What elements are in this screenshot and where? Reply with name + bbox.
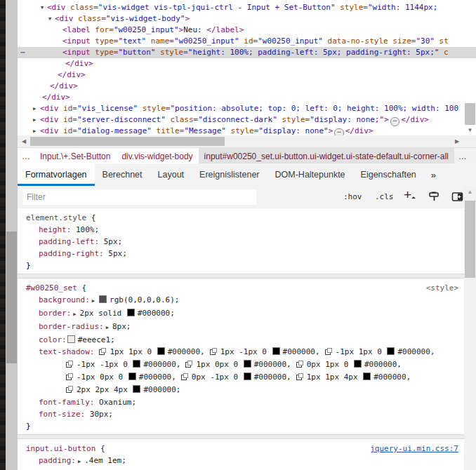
color-swatch[interactable] — [387, 347, 395, 355]
expand-arrow-icon[interactable]: ▶ — [33, 114, 36, 126]
dom-tree-row[interactable]: </div> — [18, 92, 476, 103]
color-swatch[interactable] — [67, 335, 75, 343]
color-swatch[interactable] — [272, 347, 280, 355]
expand-arrow-icon[interactable]: ▶ — [106, 325, 109, 330]
shadow-editor-icon[interactable] — [66, 373, 73, 380]
css-declaration[interactable]: background:▶rgb(0,0,0,0.6); — [18, 294, 464, 307]
css-token: 0px -1px 0 — [192, 372, 243, 382]
css-declaration[interactable]: border-radius:▶8px; — [18, 321, 464, 334]
shadow-editor-icon[interactable] — [181, 373, 188, 380]
breadcrumb-overflow[interactable]: … — [454, 148, 471, 164]
color-swatch[interactable] — [128, 372, 136, 380]
expand-arrow-icon[interactable]: ▶ — [33, 126, 36, 135]
expand-arrow-icon[interactable]: ▶ — [33, 103, 36, 114]
breadcrumb-item[interactable]: div.vis-widget-body — [116, 148, 198, 164]
dom-tree-row[interactable]: ▶<div id="vis_license" style="position: … — [18, 103, 476, 114]
dom-tree-row[interactable]: ⋯<input type="button" style="height: 100… — [18, 47, 476, 58]
styles-scrollbar-thumb[interactable] — [465, 201, 475, 278]
css-rule[interactable]: element.style {height: 100%;padding-left… — [18, 208, 464, 274]
shadow-editor-icon[interactable] — [66, 386, 73, 393]
scroll-down-icon[interactable]: ▼ — [465, 126, 475, 135]
css-declaration[interactable]: text-shadow:1px 1px 0 #000000,1px -1px 0… — [18, 346, 464, 358]
paint-roller-icon[interactable] — [428, 191, 440, 203]
expand-arrow-icon[interactable]: ▶ — [78, 459, 81, 464]
dom-tree-row[interactable]: ▶<div id="dialog-message" title="Message… — [18, 126, 476, 135]
shadow-editor-icon[interactable] — [296, 373, 303, 380]
css-declaration[interactable]: padding:▶.4em 1em; — [18, 455, 464, 468]
breadcrumb-item[interactable]: input#w00250_set.ui-button.ui-widget.ui-… — [199, 148, 454, 164]
color-swatch[interactable] — [363, 372, 371, 380]
css-declaration[interactable]: font-size: 30px; — [18, 408, 464, 420]
color-swatch[interactable] — [127, 309, 135, 316]
node-menu-icon[interactable]: ⋯ — [20, 47, 26, 58]
styles-scrollbar[interactable]: ▲ — [464, 187, 476, 470]
dom-tree-row[interactable]: <label for="w00250_input">Neu: </label> — [18, 25, 476, 36]
css-token: text-shadow: — [39, 347, 94, 356]
css-declaration[interactable]: 2px 2px 4px #000000; — [18, 384, 464, 396]
css-declaration[interactable]: padding-left: 5px; — [18, 236, 464, 248]
breadcrumb-item[interactable]: Input.\+.Set-Button — [34, 148, 116, 164]
tab-ereignislistener[interactable]: Ereignislistener — [192, 163, 267, 186]
collapse-arrow-icon[interactable]: ▼ — [48, 13, 51, 25]
css-token: #000000; — [143, 385, 180, 394]
shadow-editor-icon[interactable] — [66, 361, 73, 368]
dom-tree-row[interactable]: ▼<div class="vis-widget-body"> — [18, 13, 476, 25]
tab-formatvorlagen[interactable]: Formatvorlagen — [18, 163, 95, 186]
tab-eigenschaften[interactable]: Eigenschaften — [353, 163, 424, 186]
elements-vscrollbar-thumb[interactable] — [465, 103, 475, 125]
open-sidebar-icon[interactable] — [451, 191, 463, 203]
color-swatch[interactable] — [244, 372, 251, 380]
code-token: class= — [74, 14, 106, 23]
dom-tree-row[interactable]: <input type="text" name="w00250_input" i… — [18, 36, 476, 47]
expand-arrow-icon[interactable]: ▶ — [73, 311, 76, 317]
tab-dom-haltepunkte[interactable]: DOM-Haltepunkte — [267, 163, 353, 186]
css-rule[interactable]: input.ui-button {jquery-ui.min.css:7padd… — [18, 439, 464, 470]
dom-tree-row[interactable]: </div> — [18, 58, 476, 69]
scroll-left-icon[interactable]: ◀ — [19, 135, 29, 147]
shadow-editor-icon[interactable] — [99, 348, 106, 355]
css-token: #000000, — [283, 347, 320, 356]
css-declaration[interactable]: -1px 0px 0 #000000,0px -1px 0 #000000,1p… — [18, 371, 464, 384]
color-swatch[interactable] — [354, 360, 362, 368]
color-swatch[interactable] — [99, 295, 107, 303]
page-scrollbar-thumb[interactable] — [6, 231, 17, 363]
stylesheet-link[interactable]: jquery-ui.min.css:7 — [370, 443, 458, 455]
toggle-class-button[interactable]: .cls — [372, 192, 397, 201]
css-declaration[interactable]: height: 100%; — [18, 224, 464, 236]
dom-tree-row[interactable]: ▼<div class="vis-widget vis-tpl-jqui-ctr… — [18, 2, 476, 13]
shadow-editor-icon[interactable] — [185, 361, 192, 368]
tab-layout[interactable]: Layout — [150, 163, 192, 186]
breadcrumb-overflow[interactable]: … — [18, 148, 34, 164]
color-swatch[interactable] — [244, 360, 251, 368]
new-style-rule-button[interactable]: + — [404, 187, 411, 203]
color-swatch[interactable] — [133, 360, 140, 368]
css-declaration[interactable]: padding-right: 5px; — [18, 248, 464, 260]
shadow-editor-icon[interactable] — [325, 348, 332, 355]
scroll-up-icon[interactable]: ▲ — [464, 188, 476, 196]
expand-arrow-icon[interactable]: ▶ — [92, 298, 95, 304]
shadow-editor-icon[interactable] — [210, 348, 217, 355]
css-declaration[interactable]: font-family: Oxanium; — [18, 396, 464, 408]
shadow-editor-icon[interactable] — [296, 361, 303, 368]
filter-input[interactable] — [22, 189, 256, 205]
dom-tree-row[interactable]: </div> — [18, 81, 476, 92]
css-rule[interactable]: #w00250_set {<style>background:▶rgb(0,0,… — [18, 278, 464, 434]
css-declaration[interactable]: color:#eeece1; — [18, 334, 464, 346]
css-declaration[interactable]: border:▶2px solid #000000; — [18, 307, 464, 321]
page-scrollbar[interactable] — [6, 0, 18, 470]
color-swatch[interactable] — [157, 347, 165, 355]
code-token: "w00250_input" — [174, 36, 239, 46]
scroll-right-icon[interactable]: ▶ — [452, 135, 462, 147]
tab-berechnet[interactable]: Berechnet — [95, 163, 150, 186]
collapse-arrow-icon[interactable]: ▼ — [41, 2, 44, 13]
css-declaration[interactable]: -1px -1px 0 #000000,1px 0px 0 #000000,0p… — [18, 358, 464, 371]
elements-hscrollbar[interactable]: ◀ ▶ — [18, 135, 476, 147]
more-tabs-icon[interactable]: » — [424, 163, 443, 186]
elements-hscrollbar-thumb[interactable] — [30, 137, 225, 146]
code-token: > — [185, 14, 190, 23]
collapsed-content-icon[interactable]: … — [334, 128, 343, 135]
dom-tree-row[interactable]: ▶<div id="server-disconnect" class="disc… — [18, 114, 476, 126]
color-swatch[interactable] — [133, 385, 140, 393]
dom-tree-row[interactable]: </div> — [18, 69, 476, 81]
toggle-pseudo-state-button[interactable]: :hov — [341, 192, 365, 201]
